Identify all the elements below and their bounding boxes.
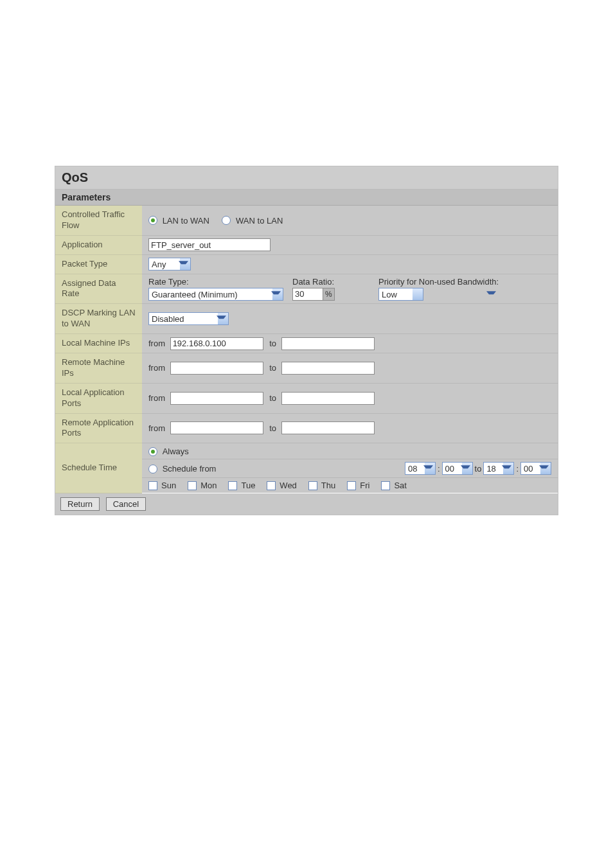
- time-from-hh-select[interactable]: 08: [405, 462, 436, 475]
- day-label-thu: Thu: [321, 481, 335, 490]
- chk-wed[interactable]: [267, 481, 276, 490]
- packet-type-select[interactable]: Any: [148, 258, 191, 270]
- from-label-2: from: [148, 363, 165, 373]
- radio-always[interactable]: [148, 447, 157, 456]
- local-port-from-input[interactable]: [170, 392, 263, 405]
- radio-label-schedule: Schedule from: [163, 464, 217, 474]
- radio-wan-to-lan[interactable]: [222, 216, 231, 225]
- radio-lan-to-wan[interactable]: [148, 216, 157, 225]
- radio-schedule-from[interactable]: [148, 465, 157, 474]
- remote-ip-to-input[interactable]: [281, 362, 375, 375]
- label-remote-ips: Remote Machine IPs: [55, 353, 142, 384]
- qos-panel: QoS Parameters Controlled Traffic Flow L…: [55, 166, 558, 515]
- chk-fri[interactable]: [347, 481, 356, 490]
- priority-select[interactable]: Low: [378, 288, 423, 301]
- local-ip-to-input[interactable]: [281, 337, 375, 350]
- day-label-sat: Sat: [394, 481, 407, 490]
- label-local-ports: Local Application Ports: [55, 383, 142, 413]
- from-label-1: from: [148, 339, 165, 348]
- local-ip-from-input[interactable]: [170, 337, 263, 350]
- chk-tue[interactable]: [228, 481, 237, 490]
- day-label-mon: Mon: [200, 481, 217, 490]
- remote-port-to-input[interactable]: [281, 421, 375, 434]
- page-title: QoS: [55, 166, 558, 190]
- label-assigned-rate: Assigned Data Rate: [55, 274, 142, 304]
- radio-label-lan-to-wan: LAN to WAN: [163, 216, 209, 226]
- day-label-wed: Wed: [280, 481, 297, 490]
- local-port-to-input[interactable]: [281, 392, 375, 405]
- label-packet-type: Packet Type: [55, 254, 142, 274]
- dscp-select[interactable]: Disabled: [148, 312, 229, 325]
- label-schedule: Schedule Time: [55, 443, 142, 493]
- day-label-fri: Fri: [360, 481, 369, 490]
- radio-label-always: Always: [163, 447, 189, 456]
- parameters-table: Controlled Traffic Flow LAN to WAN WAN t…: [55, 206, 558, 493]
- remote-port-from-input[interactable]: [170, 421, 263, 434]
- remote-ip-from-input[interactable]: [170, 362, 263, 375]
- time-to-mm-select[interactable]: 00: [520, 462, 551, 475]
- application-input[interactable]: [148, 238, 271, 251]
- colon-1: :: [438, 464, 440, 474]
- label-remote-ports: Remote Application Ports: [55, 413, 142, 443]
- radio-label-wan-to-lan: WAN to LAN: [236, 216, 283, 226]
- data-ratio-label: Data Ratio:: [292, 277, 369, 287]
- button-row: Return Cancel: [55, 493, 558, 515]
- to-label-1: to: [269, 339, 276, 348]
- from-label-3: from: [148, 393, 165, 403]
- priority-label: Priority for Non-used Bandwidth:: [378, 277, 499, 287]
- label-local-ips: Local Machine IPs: [55, 334, 142, 353]
- rate-type-select[interactable]: Guaranteed (Minimum): [148, 288, 283, 301]
- to-label-4: to: [269, 423, 276, 433]
- section-title: Parameters: [55, 190, 558, 206]
- to-label-2: to: [269, 363, 276, 373]
- to-label-3: to: [269, 393, 276, 403]
- return-button[interactable]: Return: [60, 497, 100, 511]
- label-dscp: DSCP Marking LAN to WAN: [55, 304, 142, 334]
- chk-sat[interactable]: [381, 481, 390, 490]
- label-traffic-flow: Controlled Traffic Flow: [55, 206, 142, 235]
- time-to-label: to: [475, 464, 482, 474]
- label-application: Application: [55, 235, 142, 254]
- chk-thu[interactable]: [308, 481, 317, 490]
- day-label-tue: Tue: [241, 481, 255, 490]
- percent-label: %: [323, 288, 335, 301]
- time-from-mm-select[interactable]: 00: [442, 462, 473, 475]
- time-to-hh-select[interactable]: 18: [483, 462, 514, 475]
- colon-2: :: [516, 464, 519, 474]
- day-label-sun: Sun: [161, 481, 176, 490]
- from-label-4: from: [148, 423, 165, 433]
- rate-type-label: Rate Type:: [148, 277, 283, 287]
- chk-mon[interactable]: [188, 481, 197, 490]
- cancel-button[interactable]: Cancel: [106, 497, 146, 511]
- data-ratio-input[interactable]: [292, 288, 323, 301]
- chk-sun[interactable]: [148, 481, 157, 490]
- traffic-flow-field: LAN to WAN WAN to LAN: [142, 206, 558, 235]
